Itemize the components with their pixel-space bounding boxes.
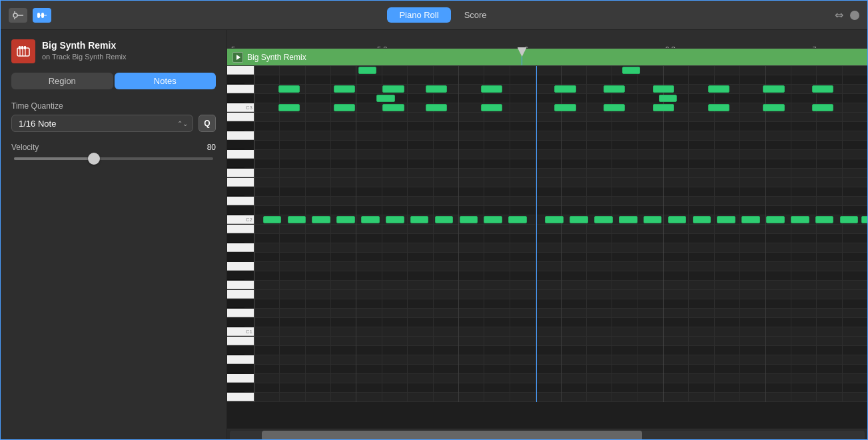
piano-key-G0[interactable] (227, 374, 254, 383)
midi-note[interactable] (361, 216, 380, 223)
midi-note[interactable] (358, 67, 377, 74)
piano-key-C2[interactable]: C2 (227, 215, 254, 224)
piano-key-G#0[interactable] (227, 365, 244, 373)
midi-note[interactable] (619, 216, 638, 223)
midi-note[interactable] (653, 104, 674, 111)
piano-key-D1[interactable] (227, 309, 254, 317)
piano-key-C1[interactable]: C1 (227, 327, 254, 336)
piano-key-F2[interactable] (227, 169, 254, 177)
midi-tool-button[interactable] (33, 8, 51, 23)
piano-key-C#2[interactable] (227, 206, 244, 215)
piano-key-G#2[interactable] (227, 141, 244, 149)
piano-key-D#1[interactable] (227, 299, 244, 308)
midi-note[interactable] (334, 85, 355, 93)
midi-note[interactable] (604, 85, 625, 93)
piano-key-F1[interactable] (227, 281, 254, 289)
midi-note[interactable] (382, 85, 404, 93)
midi-note[interactable] (278, 85, 300, 93)
piano-key-C#3[interactable] (227, 94, 244, 103)
midi-note[interactable] (484, 216, 502, 223)
midi-note[interactable] (554, 104, 576, 111)
piano-roll-tab[interactable]: Piano Roll (387, 7, 450, 23)
midi-note[interactable] (708, 85, 729, 93)
q-button[interactable]: Q (199, 115, 216, 132)
piano-key-F#2[interactable] (227, 159, 244, 168)
piano-key-D#3[interactable] (227, 75, 244, 84)
region-play-button[interactable] (232, 52, 243, 63)
piano-key-E3[interactable] (227, 66, 254, 75)
midi-note[interactable] (376, 95, 395, 102)
midi-note[interactable] (312, 216, 330, 223)
midi-note[interactable] (288, 216, 306, 223)
midi-note[interactable] (426, 85, 447, 93)
piano-key-F#1[interactable] (227, 271, 244, 280)
midi-note[interactable] (554, 85, 576, 93)
piano-key-B1[interactable] (227, 225, 254, 233)
piano-key-B2[interactable] (227, 113, 254, 121)
grid-area[interactable] (254, 66, 867, 402)
midi-note[interactable] (382, 104, 404, 111)
midi-note[interactable] (659, 95, 677, 102)
quantize-select-wrapper[interactable]: 1/16 Note 1/8 Note 1/4 Note 1/32 Note (11, 115, 193, 132)
midi-note[interactable] (653, 85, 674, 93)
midi-note[interactable] (426, 104, 447, 111)
midi-note[interactable] (766, 216, 785, 223)
midi-note[interactable] (693, 216, 711, 223)
piano-key-A2[interactable] (227, 131, 254, 140)
midi-note[interactable] (815, 216, 834, 223)
score-tab[interactable]: Score (452, 7, 499, 23)
velocity-slider-thumb[interactable] (88, 153, 100, 165)
piano-key-A#2[interactable] (227, 122, 244, 131)
piano-key-F#0[interactable] (227, 383, 244, 392)
midi-note[interactable] (263, 216, 282, 223)
midi-note[interactable] (763, 85, 784, 93)
piano-key-B0[interactable] (227, 337, 254, 345)
midi-note[interactable] (278, 104, 300, 111)
midi-note[interactable] (812, 104, 833, 111)
midi-note[interactable] (386, 216, 404, 223)
piano-key-G2[interactable] (227, 150, 254, 159)
piano-key-E2[interactable] (227, 178, 254, 187)
velocity-slider-container[interactable] (11, 157, 216, 160)
midi-note[interactable] (812, 85, 833, 93)
piano-key-C3[interactable]: C3 (227, 103, 254, 112)
piano-key-G1[interactable] (227, 262, 254, 271)
piano-key-A#1[interactable] (227, 234, 244, 243)
midi-note[interactable] (741, 216, 760, 223)
midi-note[interactable] (622, 67, 641, 74)
midi-note[interactable] (717, 216, 735, 223)
piano-key-C#1[interactable] (227, 318, 244, 327)
midi-note[interactable] (410, 216, 429, 223)
midi-note[interactable] (334, 104, 355, 111)
flex-tool-button[interactable] (9, 8, 27, 23)
piano-key-D2[interactable] (227, 197, 254, 205)
midi-note[interactable] (481, 85, 502, 93)
midi-note[interactable] (508, 216, 527, 223)
midi-note[interactable] (604, 104, 625, 111)
midi-note[interactable] (861, 216, 867, 223)
velocity-slider-track[interactable] (14, 157, 213, 160)
midi-note[interactable] (594, 216, 613, 223)
midi-note[interactable] (545, 216, 564, 223)
scrollbar-track[interactable] (230, 431, 865, 439)
piano-key-A#0[interactable] (227, 346, 244, 355)
piano-key-D3[interactable] (227, 85, 254, 93)
piano-key-F0[interactable] (227, 393, 254, 401)
piano-key-A0[interactable] (227, 355, 254, 364)
quantize-select[interactable]: 1/16 Note 1/8 Note 1/4 Note 1/32 Note (11, 115, 193, 132)
midi-note[interactable] (708, 104, 729, 111)
piano-key-E1[interactable] (227, 290, 254, 299)
bottom-scrollbar[interactable] (227, 429, 867, 439)
piano-key-G#1[interactable] (227, 253, 244, 261)
display-toggle-button[interactable] (850, 11, 859, 20)
midi-note[interactable] (668, 216, 687, 223)
midi-note[interactable] (644, 216, 662, 223)
midi-note[interactable] (435, 216, 454, 223)
piano-key-D#2[interactable] (227, 187, 244, 196)
midi-note[interactable] (791, 216, 809, 223)
midi-note[interactable] (336, 216, 355, 223)
midi-note[interactable] (481, 104, 502, 111)
piano-key-A1[interactable] (227, 243, 254, 252)
midi-note[interactable] (840, 216, 859, 223)
midi-note[interactable] (570, 216, 588, 223)
